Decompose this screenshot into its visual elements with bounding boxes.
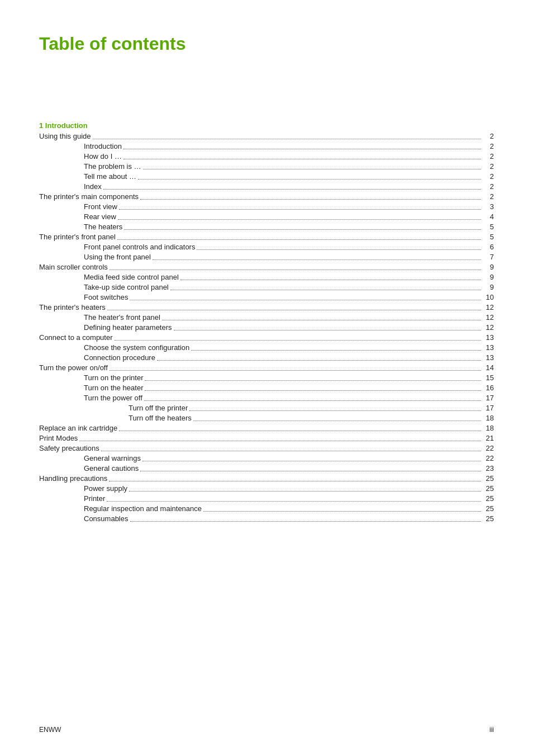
- toc-label: The printer's heaters: [39, 303, 106, 311]
- toc-page: 12: [483, 303, 494, 311]
- toc-dots: [140, 199, 481, 200]
- toc-dots: [123, 149, 481, 149]
- toc-label: Connection procedure: [39, 353, 155, 362]
- toc-dots: [203, 511, 481, 512]
- toc-page: 17: [483, 394, 494, 402]
- section-1-heading: 1 Introduction: [39, 121, 494, 130]
- toc-dots: [138, 179, 481, 179]
- toc-dots: [197, 249, 481, 250]
- toc-page: 10: [483, 293, 494, 301]
- toc-label: Media feed side control panel: [39, 273, 179, 281]
- toc-label: Handling precautions: [39, 474, 107, 483]
- toc-dots: [109, 481, 481, 481]
- toc-label: Turn off the printer: [39, 404, 188, 412]
- toc-page: 5: [483, 223, 494, 231]
- toc-page: 2: [483, 132, 494, 140]
- toc-row: Rear view4: [39, 211, 494, 221]
- toc-dots: [180, 280, 481, 280]
- toc-label: Consumables: [39, 514, 129, 523]
- page-title: Table of contents: [39, 34, 494, 54]
- toc-page: 12: [483, 313, 494, 322]
- toc-page: 6: [483, 243, 494, 251]
- toc-label: Main scroller controls: [39, 263, 108, 271]
- toc-dots: [107, 501, 481, 502]
- toc-page: 16: [483, 384, 494, 392]
- footer: ENWW iii: [39, 726, 494, 734]
- toc-dots: [115, 340, 481, 341]
- toc-dots: [145, 390, 481, 391]
- toc-dots: [145, 380, 481, 381]
- toc-page: 23: [483, 464, 494, 472]
- toc-page: 22: [483, 444, 494, 452]
- toc-dots: [142, 461, 481, 461]
- toc-label: Using this guide: [39, 132, 91, 140]
- toc-label: Front view: [39, 202, 117, 211]
- toc-label: Take-up side control panel: [39, 283, 169, 291]
- toc-page: 22: [483, 454, 494, 462]
- toc-dots: [130, 300, 481, 300]
- toc-label: Index: [39, 182, 102, 191]
- toc-row: Connection procedure13: [39, 352, 494, 362]
- toc-label: Introduction: [39, 142, 122, 150]
- toc-dots: [140, 471, 481, 471]
- toc-row: Introduction2: [39, 141, 494, 151]
- toc-row: Front panel controls and indicators6: [39, 242, 494, 252]
- toc-row: Index2: [39, 181, 494, 191]
- toc-label: Turn the power on/off: [39, 363, 108, 372]
- toc-row: Regular inspection and maintenance25: [39, 503, 494, 513]
- toc-row: General cautions23: [39, 463, 494, 473]
- toc-page: 2: [483, 152, 494, 160]
- toc-dots: [79, 441, 481, 441]
- toc-label: Print Modes: [39, 434, 78, 442]
- toc-label: Using the front panel: [39, 253, 151, 261]
- toc-label: The heaters: [39, 223, 122, 231]
- toc-row: Printer25: [39, 493, 494, 503]
- toc-row: The printer's main components2: [39, 191, 494, 201]
- toc-row: Safety precautions22: [39, 443, 494, 453]
- toc-entries: Using this guide2Introduction2How do I ……: [39, 131, 494, 523]
- toc-page: 2: [483, 142, 494, 150]
- toc-row: The problem is …2: [39, 161, 494, 171]
- footer-right: iii: [489, 726, 494, 734]
- toc-page: 13: [483, 343, 494, 352]
- toc-row: Turn off the printer17: [39, 403, 494, 413]
- toc-dots: [157, 360, 481, 361]
- toc-label: The printer's front panel: [39, 233, 116, 241]
- toc-page: 2: [483, 172, 494, 181]
- toc-label: The problem is …: [39, 162, 141, 171]
- toc-dots: [118, 219, 481, 220]
- toc-row: Front view3: [39, 201, 494, 211]
- toc-page: 14: [483, 363, 494, 372]
- toc-dots: [110, 270, 481, 270]
- toc-page: 9: [483, 263, 494, 271]
- toc-page: 2: [483, 182, 494, 191]
- toc-page: 18: [483, 424, 494, 432]
- toc-dots: [119, 209, 481, 210]
- toc-dots: [117, 239, 481, 240]
- toc-page: 2: [483, 192, 494, 201]
- toc-label: Defining heater parameters: [39, 323, 172, 332]
- toc-row: Turn the power on/off14: [39, 362, 494, 372]
- toc-page: 25: [483, 514, 494, 523]
- toc-dots: [144, 400, 481, 401]
- toc-row: Connect to a computer13: [39, 332, 494, 342]
- toc-row: The heater's front panel12: [39, 312, 494, 322]
- toc-label: How do I …: [39, 152, 122, 160]
- toc-page: 18: [483, 414, 494, 422]
- toc-dots: [130, 521, 482, 522]
- toc-page: 9: [483, 283, 494, 291]
- toc-row: Print Modes21: [39, 433, 494, 443]
- toc-label: The heater's front panel: [39, 313, 160, 322]
- toc-dots: [119, 431, 481, 431]
- toc-label: Connect to a computer: [39, 333, 113, 342]
- toc-row: The printer's heaters12: [39, 302, 494, 312]
- toc-label: Turn on the heater: [39, 384, 143, 392]
- toc-dots: [129, 491, 481, 492]
- toc-page: 5: [483, 233, 494, 241]
- toc-row: The heaters5: [39, 221, 494, 231]
- toc-dots: [170, 290, 481, 290]
- toc-dots: [162, 320, 481, 320]
- toc-label: Front panel controls and indicators: [39, 243, 195, 251]
- toc-row: Take-up side control panel9: [39, 282, 494, 292]
- toc-dots: [93, 139, 482, 139]
